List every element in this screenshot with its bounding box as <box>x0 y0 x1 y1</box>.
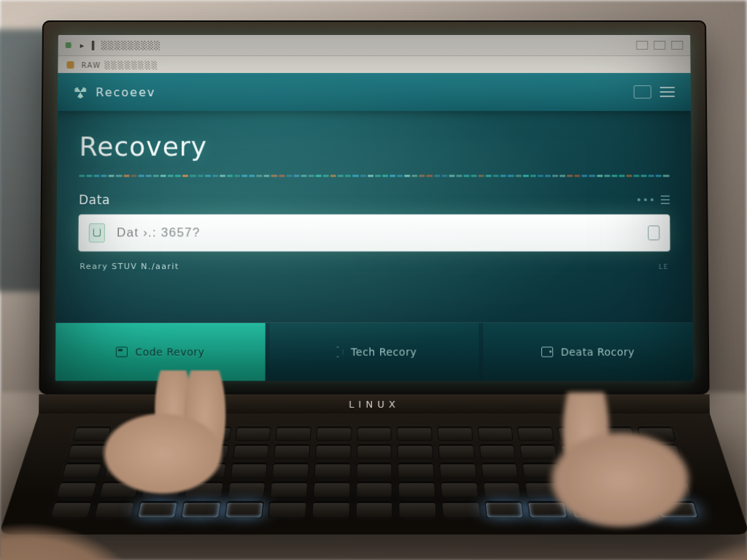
key[interactable] <box>527 501 568 518</box>
key[interactable] <box>560 444 599 459</box>
lock-badge-icon <box>89 223 105 242</box>
key[interactable] <box>570 501 611 518</box>
key[interactable] <box>355 481 392 497</box>
recovery-path-field[interactable] <box>78 214 670 252</box>
key[interactable] <box>355 501 393 518</box>
window-controls[interactable] <box>636 41 683 50</box>
key[interactable] <box>61 462 101 478</box>
browser-tabstrip: RAW ░░░░░░░░ <box>58 56 690 74</box>
key[interactable] <box>398 501 436 518</box>
key[interactable] <box>356 462 392 478</box>
key[interactable] <box>651 481 693 497</box>
menu-button[interactable] <box>660 87 675 97</box>
key[interactable] <box>235 427 271 441</box>
key[interactable] <box>657 501 699 518</box>
key[interactable] <box>93 501 135 518</box>
field-trailing-icon[interactable] <box>648 225 659 240</box>
tile-drive[interactable]: Deata Rocory <box>484 323 694 381</box>
key[interactable] <box>646 462 687 478</box>
key[interactable] <box>398 481 436 497</box>
recovery-options: Code RevoryTech RecoryDeata Rocory <box>55 322 693 381</box>
key[interactable] <box>441 481 479 497</box>
key[interactable] <box>316 427 352 441</box>
window-close-icon[interactable] <box>671 41 683 50</box>
key[interactable] <box>609 481 650 497</box>
os-menu-hint: ▸ <box>80 40 85 50</box>
key[interactable] <box>142 481 182 497</box>
key[interactable] <box>484 501 524 518</box>
key[interactable] <box>72 427 111 441</box>
key[interactable] <box>146 462 185 478</box>
key[interactable] <box>638 427 676 441</box>
key[interactable] <box>437 427 473 441</box>
key[interactable] <box>482 481 521 497</box>
key[interactable] <box>642 444 681 459</box>
key[interactable] <box>519 444 557 459</box>
recovery-app: Recoeev Recovery Data <box>55 73 693 381</box>
key[interactable] <box>232 444 269 459</box>
key[interactable] <box>108 444 147 459</box>
os-titlebar: ▸ ▍ ░░░░░░░░░ <box>58 35 691 56</box>
key[interactable] <box>153 427 191 441</box>
key[interactable] <box>314 462 351 478</box>
window-min-icon[interactable] <box>636 41 648 50</box>
key[interactable] <box>311 501 349 518</box>
key[interactable] <box>441 501 480 518</box>
key[interactable] <box>268 501 306 518</box>
key[interactable] <box>275 427 311 441</box>
key[interactable] <box>398 462 435 478</box>
key[interactable] <box>274 444 311 459</box>
key[interactable] <box>150 444 188 459</box>
key[interactable] <box>477 427 514 441</box>
key[interactable] <box>98 481 139 497</box>
key[interactable] <box>397 427 433 441</box>
key[interactable] <box>557 427 595 441</box>
key[interactable] <box>194 427 231 441</box>
key[interactable] <box>272 462 309 478</box>
key[interactable] <box>522 462 561 478</box>
key[interactable] <box>230 462 268 478</box>
key[interactable] <box>567 481 607 497</box>
key[interactable] <box>270 481 308 497</box>
view-toggle-icon[interactable] <box>634 85 651 98</box>
key[interactable] <box>67 444 107 459</box>
key[interactable] <box>356 444 392 459</box>
key[interactable] <box>605 462 645 478</box>
key[interactable] <box>564 462 603 478</box>
key[interactable] <box>601 444 640 459</box>
key[interactable] <box>225 501 264 518</box>
key[interactable] <box>398 444 434 459</box>
key[interactable] <box>56 481 98 497</box>
key[interactable] <box>525 481 564 497</box>
key[interactable] <box>137 501 178 518</box>
key[interactable] <box>50 501 93 518</box>
window-max-icon[interactable] <box>654 41 665 50</box>
list-view-icon[interactable] <box>661 195 670 204</box>
screen: ▸ ▍ ░░░░░░░░░ RAW ░░░░░░░░ Recoeev <box>55 35 693 381</box>
key[interactable] <box>315 444 352 459</box>
recovery-path-input[interactable] <box>115 225 638 241</box>
key[interactable] <box>181 501 221 518</box>
key[interactable] <box>597 427 636 441</box>
tab-label[interactable]: RAW ░░░░░░░░ <box>81 61 158 69</box>
key[interactable] <box>517 427 554 441</box>
key[interactable] <box>479 444 516 459</box>
key[interactable] <box>439 462 476 478</box>
key[interactable] <box>185 481 224 497</box>
tile-card[interactable]: Code Revory <box>55 323 266 381</box>
os-address-hint: ▍ ░░░░░░░░░ <box>92 40 161 50</box>
key[interactable] <box>614 501 655 518</box>
key[interactable] <box>191 444 229 459</box>
keyboard[interactable] <box>50 427 699 518</box>
screen-bezel: ▸ ▍ ░░░░░░░░░ RAW ░░░░░░░░ Recoeev <box>39 20 709 394</box>
key[interactable] <box>104 462 144 478</box>
key[interactable] <box>357 427 392 441</box>
key[interactable] <box>481 462 519 478</box>
tile-hexsm[interactable]: Tech Recory <box>269 323 479 381</box>
key[interactable] <box>313 481 351 497</box>
key[interactable] <box>113 427 152 441</box>
key[interactable] <box>187 462 226 478</box>
key[interactable] <box>227 481 266 497</box>
tab-favicon-icon <box>66 61 74 69</box>
key[interactable] <box>438 444 474 459</box>
